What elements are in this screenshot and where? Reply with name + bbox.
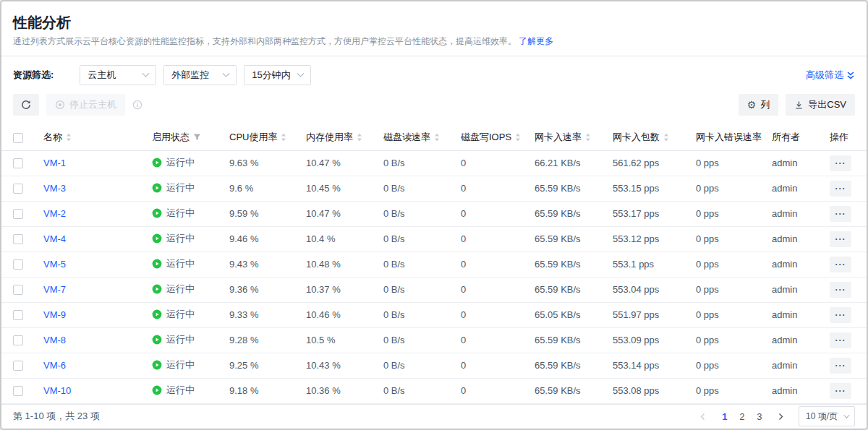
stop-vm-button[interactable]: 停止云主机 bbox=[46, 94, 125, 116]
nic-in-packets-cell: 553.08 pps bbox=[603, 378, 686, 403]
columns-settings-label: 列 bbox=[760, 98, 770, 111]
status-badge: 运行中 bbox=[152, 156, 195, 169]
disk-write-iops-cell: 0 bbox=[451, 277, 524, 302]
owner-cell: admin bbox=[762, 302, 820, 327]
page-size-value: 10 项/页 bbox=[806, 410, 838, 423]
advanced-filter-link[interactable]: 高级筛选 bbox=[806, 69, 855, 82]
row-actions-button[interactable]: ··· bbox=[830, 307, 851, 323]
running-status-icon bbox=[152, 360, 162, 370]
row-checkbox[interactable] bbox=[13, 209, 23, 219]
sort-icon[interactable] bbox=[357, 133, 362, 142]
page-size-select[interactable]: 10 项/页 bbox=[799, 406, 855, 426]
page-number-button[interactable]: 3 bbox=[751, 408, 768, 425]
running-status-icon bbox=[152, 385, 162, 395]
cpu-usage-cell: 9.63 % bbox=[219, 150, 296, 176]
table-body: VM-1 运行中 9.63 % 10.47 % 0 B/s 0 66.21 KB… bbox=[1, 150, 868, 403]
sort-icon[interactable] bbox=[434, 133, 440, 142]
sort-icon[interactable] bbox=[515, 133, 521, 142]
row-actions-button[interactable]: ··· bbox=[830, 257, 851, 272]
page-number-button[interactable]: 1 bbox=[716, 408, 733, 425]
filter-bar: 资源筛选: 云主机 外部监控 15分钟内 高级筛选 bbox=[1, 56, 867, 91]
column-header-disk-write-iops[interactable]: 磁盘写IOPS bbox=[461, 131, 511, 144]
owner-cell: admin bbox=[762, 378, 820, 403]
row-actions-button[interactable]: ··· bbox=[830, 181, 851, 197]
resource-type-select[interactable]: 云主机 bbox=[80, 65, 156, 85]
sort-icon[interactable] bbox=[66, 133, 72, 142]
column-header-memory[interactable]: 内存使用率 bbox=[306, 131, 353, 144]
column-header-status[interactable]: 启用状态 bbox=[152, 131, 190, 144]
row-checkbox[interactable] bbox=[13, 335, 23, 345]
owner-cell: admin bbox=[762, 327, 820, 353]
nic-in-errors-cell: 0 pps bbox=[686, 327, 762, 353]
column-header-name[interactable]: 名称 bbox=[43, 131, 62, 144]
export-csv-button[interactable]: 导出CSV bbox=[786, 94, 855, 116]
learn-more-link[interactable]: 了解更多 bbox=[519, 36, 553, 46]
sort-icon[interactable] bbox=[281, 133, 286, 142]
status-badge: 运行中 bbox=[152, 358, 195, 371]
prev-page-button[interactable] bbox=[694, 408, 712, 425]
vm-name-link[interactable]: VM-10 bbox=[43, 385, 71, 396]
columns-settings-button[interactable]: ⚙ 列 bbox=[739, 94, 779, 116]
table-row: VM-2 运行中 9.59 % 10.47 % 0 B/s 0 65.59 KB… bbox=[1, 201, 868, 226]
filter-funnel-icon[interactable] bbox=[193, 133, 201, 141]
status-badge: 运行中 bbox=[152, 283, 195, 296]
vm-name-link[interactable]: VM-6 bbox=[43, 360, 66, 371]
vm-name-link[interactable]: VM-8 bbox=[43, 335, 66, 345]
status-label: 运行中 bbox=[166, 232, 195, 245]
status-badge: 运行中 bbox=[152, 308, 195, 321]
nic-in-rate-cell: 65.59 KB/s bbox=[524, 226, 603, 251]
monitor-type-select[interactable]: 外部监控 bbox=[163, 65, 237, 85]
nic-in-packets-cell: 553.17 pps bbox=[603, 201, 686, 226]
vm-name-link[interactable]: VM-5 bbox=[43, 259, 66, 270]
row-actions-button[interactable]: ··· bbox=[830, 206, 851, 222]
page-number-button[interactable]: 2 bbox=[733, 408, 751, 425]
row-checkbox[interactable] bbox=[13, 234, 23, 244]
status-label: 运行中 bbox=[166, 207, 195, 220]
select-all-checkbox[interactable] bbox=[13, 133, 23, 143]
column-header-nic-in-packets[interactable]: 网卡入包数 bbox=[613, 131, 660, 144]
status-badge: 运行中 bbox=[152, 384, 195, 397]
row-checkbox[interactable] bbox=[13, 259, 23, 270]
next-page-button[interactable] bbox=[773, 408, 790, 425]
vm-name-link[interactable]: VM-7 bbox=[43, 284, 66, 295]
row-checkbox[interactable] bbox=[13, 285, 23, 295]
row-checkbox[interactable] bbox=[13, 361, 23, 371]
row-actions-button[interactable]: ··· bbox=[830, 332, 851, 348]
vm-name-link[interactable]: VM-9 bbox=[43, 309, 66, 320]
row-actions-button[interactable]: ··· bbox=[830, 282, 851, 298]
row-actions-button[interactable]: ··· bbox=[830, 155, 851, 171]
row-actions-button[interactable]: ··· bbox=[830, 358, 851, 374]
disk-read-rate-cell: 0 B/s bbox=[373, 378, 451, 403]
vm-name-link[interactable]: VM-4 bbox=[43, 233, 66, 244]
memory-usage-cell: 10.5 % bbox=[296, 327, 373, 353]
vm-performance-table: 名称 启用状态 CPU使用率 内存使用率 磁盘读速率 磁盘写IOPS 网卡入速率… bbox=[1, 124, 868, 404]
nic-in-packets-cell: 553.15 pps bbox=[603, 176, 686, 201]
disk-read-rate-cell: 0 B/s bbox=[373, 353, 451, 378]
vm-name-link[interactable]: VM-3 bbox=[43, 183, 66, 194]
sort-icon[interactable] bbox=[663, 133, 669, 142]
row-checkbox[interactable] bbox=[13, 158, 23, 168]
page-header: 性能分析 通过列表方式展示云平台核心资源的性能监控指标，支持外部和内部两种监控方… bbox=[1, 1, 867, 56]
column-header-disk-read[interactable]: 磁盘读速率 bbox=[383, 131, 430, 144]
table-row: VM-4 运行中 9.46 % 10.4 % 0 B/s 0 65.59 KB/… bbox=[1, 226, 868, 251]
row-checkbox[interactable] bbox=[13, 386, 23, 396]
vm-name-link[interactable]: VM-2 bbox=[43, 208, 66, 219]
vm-name-link[interactable]: VM-1 bbox=[43, 158, 66, 168]
status-badge: 运行中 bbox=[152, 181, 195, 194]
column-header-cpu[interactable]: CPU使用率 bbox=[229, 131, 277, 144]
status-label: 运行中 bbox=[166, 181, 195, 194]
owner-cell: admin bbox=[762, 251, 820, 277]
row-actions-button[interactable]: ··· bbox=[830, 231, 851, 247]
memory-usage-cell: 10.43 % bbox=[296, 353, 373, 378]
time-range-select[interactable]: 15分钟内 bbox=[244, 65, 311, 85]
chevron-down-icon bbox=[297, 69, 305, 77]
column-header-nic-in-rate[interactable]: 网卡入速率 bbox=[535, 131, 582, 144]
nic-in-errors-cell: 0 pps bbox=[686, 226, 762, 251]
refresh-button[interactable] bbox=[13, 94, 39, 116]
column-header-nic-in-errors[interactable]: 网卡入错误速率 bbox=[696, 131, 762, 144]
ellipsis-icon: ··· bbox=[835, 184, 846, 194]
row-checkbox[interactable] bbox=[13, 310, 23, 320]
row-checkbox[interactable] bbox=[13, 184, 23, 194]
row-actions-button[interactable]: ··· bbox=[830, 383, 851, 399]
sort-icon[interactable] bbox=[585, 133, 591, 142]
